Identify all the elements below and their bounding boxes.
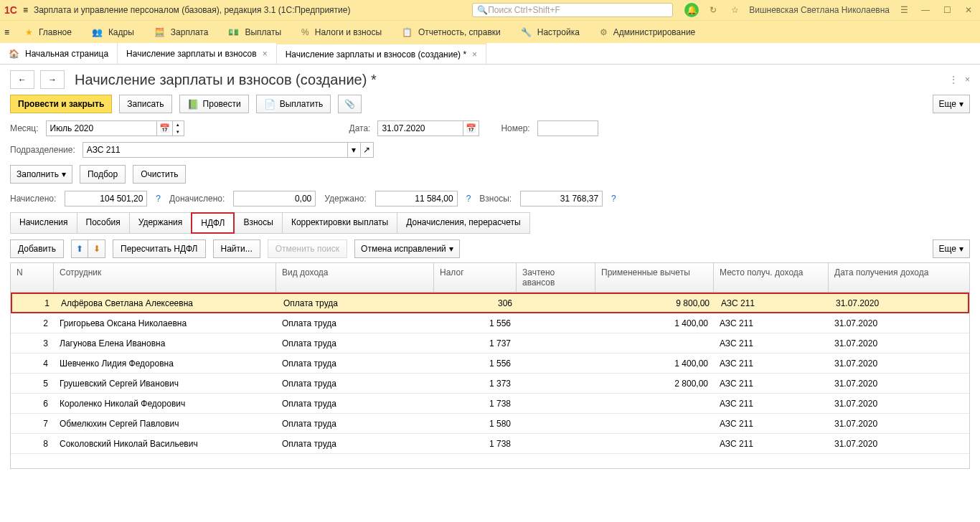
cell-type: Оплата труда bbox=[276, 399, 434, 409]
contrib-input[interactable] bbox=[520, 191, 603, 207]
menu-admin[interactable]: ⚙Администрирование bbox=[595, 27, 699, 37]
tab-benefits[interactable]: Пособия bbox=[77, 212, 130, 234]
col-advance[interactable]: Зачтено авансов bbox=[517, 263, 595, 292]
cell-employee: Шевченко Лидия Федоровна bbox=[54, 359, 276, 369]
month-input[interactable] bbox=[46, 120, 157, 136]
menu-taxes[interactable]: %Налоги и взносы bbox=[297, 27, 386, 37]
notifications-icon[interactable]: 🔔 bbox=[684, 3, 699, 17]
tab-ndfl[interactable]: НДФЛ bbox=[191, 212, 235, 234]
cell-employee: Лагунова Елена Ивановна bbox=[54, 338, 276, 348]
subdivision-input[interactable] bbox=[83, 142, 348, 158]
table-row[interactable]: 6Короленко Николай ФедоровичОплата труда… bbox=[11, 394, 969, 414]
save-button[interactable]: Записать bbox=[119, 95, 171, 113]
menu-hr[interactable]: 👥Кадры bbox=[88, 27, 138, 37]
month-spinner[interactable]: ▴▾ bbox=[173, 120, 184, 136]
favorite-icon[interactable]: ☆ bbox=[727, 3, 742, 17]
forward-button[interactable]: → bbox=[40, 70, 65, 89]
tab-accruals[interactable]: Начисления bbox=[10, 212, 77, 234]
global-search-input[interactable]: 🔍 Поиск Ctrl+Shift+F bbox=[472, 3, 673, 17]
cell-tax: 1 556 bbox=[434, 359, 517, 369]
more-menu-icon[interactable]: ⋮ bbox=[949, 75, 958, 85]
open-icon[interactable]: ↗ bbox=[361, 142, 374, 158]
menu-payments[interactable]: 💵Выплаты bbox=[224, 27, 286, 37]
number-input[interactable] bbox=[537, 120, 598, 136]
move-down-button[interactable]: ⬇ bbox=[88, 239, 105, 258]
cell-tax: 306 bbox=[435, 298, 518, 308]
minimize-icon[interactable]: — bbox=[918, 3, 933, 17]
close-page-icon[interactable]: × bbox=[965, 75, 970, 85]
chevron-down-icon[interactable]: ▾ bbox=[173, 128, 184, 136]
menu-reports[interactable]: 📋Отчетность, справки bbox=[397, 27, 505, 37]
menu-settings[interactable]: 🔧Настройка bbox=[517, 27, 584, 37]
cell-type: Оплата труда bbox=[276, 359, 434, 369]
chevron-up-icon[interactable]: ▴ bbox=[173, 121, 184, 128]
tab-withholdings[interactable]: Удержания bbox=[129, 212, 192, 234]
help-icon[interactable]: ? bbox=[466, 194, 471, 204]
col-deductions[interactable]: Примененные вычеты bbox=[595, 263, 714, 292]
pay-button[interactable]: 📄Выплатить bbox=[256, 95, 331, 113]
col-place[interactable]: Место получ. дохода bbox=[714, 263, 829, 292]
close-icon[interactable]: × bbox=[263, 49, 268, 59]
filter-icon[interactable]: ☰ bbox=[897, 3, 911, 17]
accrued-input[interactable] bbox=[65, 191, 147, 207]
addl-input[interactable] bbox=[233, 191, 316, 207]
col-n[interactable]: N bbox=[11, 263, 54, 292]
table-row[interactable]: 3Лагунова Елена ИвановнаОплата труда1 73… bbox=[11, 333, 969, 353]
cell-place: АЗС 211 bbox=[714, 439, 829, 449]
table-row[interactable]: 8Соколовский Николай ВасильевичОплата тр… bbox=[11, 434, 969, 454]
user-name[interactable]: Вишневская Светлана Николаевна bbox=[749, 5, 890, 15]
close-icon[interactable]: ✕ bbox=[961, 3, 976, 17]
post-and-close-button[interactable]: Провести и закрыть bbox=[10, 95, 112, 113]
table-row[interactable]: 7Обмелюхин Сергей ПавловичОплата труда1 … bbox=[11, 414, 969, 434]
chevron-down-icon[interactable]: ▾ bbox=[348, 142, 361, 158]
tab-doc-2[interactable]: Начисление зарплаты и взносов (создание)… bbox=[277, 43, 486, 64]
col-employee[interactable]: Сотрудник bbox=[54, 263, 276, 292]
cell-date: 31.07.2020 bbox=[829, 359, 940, 369]
menu-main[interactable]: ★Главное bbox=[21, 27, 76, 37]
back-button[interactable]: ← bbox=[10, 70, 34, 89]
clear-button[interactable]: Очистить bbox=[133, 165, 186, 184]
page-title: Начисление зарплаты и взносов (создание)… bbox=[75, 72, 377, 88]
col-date[interactable]: Дата получения дохода bbox=[829, 263, 940, 292]
attach-button[interactable]: 📎 bbox=[338, 95, 362, 113]
withheld-input[interactable] bbox=[375, 191, 458, 207]
table-row[interactable]: 1Алфёрова Светлана АлексеевнаОплата труд… bbox=[11, 293, 969, 313]
nav-menu-icon[interactable]: ≡ bbox=[4, 27, 9, 37]
close-icon[interactable]: × bbox=[472, 49, 477, 60]
calendar-icon[interactable]: 📅 bbox=[157, 120, 173, 136]
cancel-fix-button[interactable]: Отмена исправлений ▾ bbox=[354, 239, 460, 258]
add-row-button[interactable]: Добавить bbox=[10, 239, 64, 258]
calc-icon: 🧮 bbox=[154, 27, 165, 37]
help-icon[interactable]: ? bbox=[611, 194, 616, 204]
fill-button[interactable]: Заполнить ▾ bbox=[10, 165, 72, 184]
table-row[interactable]: 5Грушевский Сергей ИвановичОплата труда1… bbox=[11, 374, 969, 394]
table-row[interactable]: 4Шевченко Лидия ФедоровнаОплата труда1 5… bbox=[11, 353, 969, 374]
maximize-icon[interactable]: ☐ bbox=[940, 3, 954, 17]
attach-icon: 📎 bbox=[344, 99, 355, 109]
date-input[interactable] bbox=[377, 120, 463, 136]
col-income-type[interactable]: Вид дохода bbox=[276, 263, 434, 292]
label-month: Месяц: bbox=[10, 123, 39, 133]
help-icon[interactable]: ? bbox=[156, 194, 161, 204]
more-button[interactable]: Еще ▾ bbox=[933, 95, 970, 113]
history-icon[interactable]: ↻ bbox=[706, 3, 720, 17]
post-button[interactable]: 📗Провести bbox=[179, 95, 249, 113]
recalc-ndfl-button[interactable]: Пересчитать НДФЛ bbox=[113, 239, 205, 258]
tab-recalc[interactable]: Доначисления, перерасчеты bbox=[397, 212, 529, 234]
cell-date: 31.07.2020 bbox=[829, 318, 940, 328]
table-row[interactable]: 2Григорьева Оксана НиколаевнаОплата труд… bbox=[11, 313, 969, 333]
tab-contributions[interactable]: Взносы bbox=[234, 212, 282, 234]
calendar-icon[interactable]: 📅 bbox=[463, 120, 479, 136]
menu-salary[interactable]: 🧮Зарплата bbox=[150, 27, 213, 37]
grid-more-button[interactable]: Еще ▾ bbox=[933, 239, 970, 258]
tab-doc-1[interactable]: Начисление зарплаты и взносов× bbox=[118, 43, 277, 64]
find-button[interactable]: Найти... bbox=[213, 239, 260, 258]
tab-corrections[interactable]: Корректировки выплаты bbox=[282, 212, 397, 234]
menu-icon[interactable]: ≡ bbox=[23, 5, 28, 15]
col-tax[interactable]: Налог bbox=[434, 263, 517, 292]
tab-home[interactable]: 🏠Начальная страница bbox=[0, 43, 118, 64]
label-withheld: Удержано: bbox=[324, 194, 366, 204]
pick-button[interactable]: Подбор bbox=[80, 165, 126, 184]
money-icon: 💵 bbox=[228, 27, 239, 37]
move-up-button[interactable]: ⬆ bbox=[71, 239, 88, 258]
